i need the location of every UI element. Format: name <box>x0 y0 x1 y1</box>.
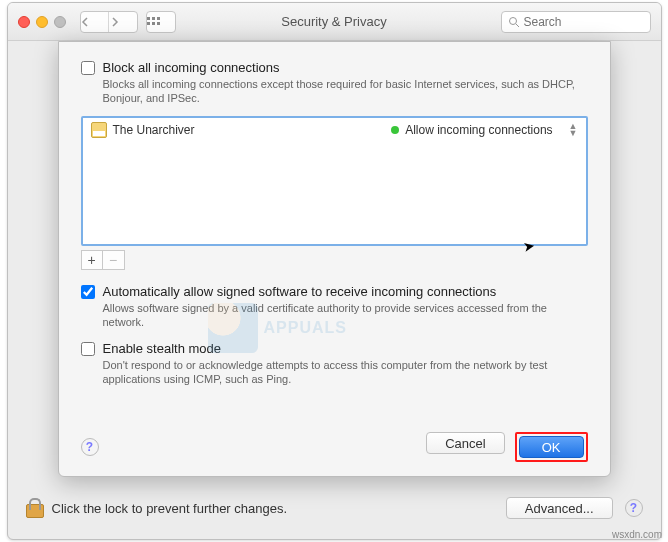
auto-allow-label: Automatically allow signed software to r… <box>103 284 497 299</box>
auto-allow-desc: Allows software signed by a valid certif… <box>103 301 588 330</box>
close-icon[interactable] <box>18 16 30 28</box>
bottom-bar: Click the lock to prevent further change… <box>8 477 661 539</box>
preferences-window: Security & Privacy Block all incoming co… <box>7 2 662 540</box>
search-input[interactable] <box>524 15 634 29</box>
search-icon <box>508 16 520 28</box>
block-all-checkbox[interactable] <box>81 61 95 75</box>
minimize-icon[interactable] <box>36 16 48 28</box>
advanced-button[interactable]: Advanced... <box>506 497 613 519</box>
svg-rect-1 <box>152 17 155 20</box>
add-remove-segment: + − <box>81 250 588 270</box>
svg-point-6 <box>509 17 516 24</box>
lock-text: Click the lock to prevent further change… <box>52 501 288 516</box>
stealth-checkbox[interactable] <box>81 342 95 356</box>
app-status-cell[interactable]: Allow incoming connections ▲▼ <box>391 123 577 137</box>
lock-icon[interactable] <box>26 498 42 518</box>
svg-rect-3 <box>147 22 150 25</box>
add-button[interactable]: + <box>81 250 103 270</box>
svg-rect-5 <box>157 22 160 25</box>
forward-button[interactable] <box>109 12 137 32</box>
stealth-label: Enable stealth mode <box>103 341 222 356</box>
back-button[interactable] <box>81 12 109 32</box>
app-list[interactable]: The Unarchiver Allow incoming connection… <box>81 116 588 246</box>
svg-rect-4 <box>152 22 155 25</box>
firewall-options-sheet: Block all incoming connections Blocks al… <box>58 41 611 477</box>
svg-line-7 <box>516 24 519 27</box>
auto-allow-checkbox[interactable] <box>81 285 95 299</box>
stepper-icon[interactable]: ▲▼ <box>569 123 578 137</box>
app-name: The Unarchiver <box>113 123 195 137</box>
nav-back-forward[interactable] <box>80 11 138 33</box>
window-controls <box>18 16 66 28</box>
help-button[interactable]: ? <box>81 438 99 456</box>
titlebar: Security & Privacy <box>8 3 661 41</box>
cancel-button[interactable]: Cancel <box>426 432 504 454</box>
app-status-label: Allow incoming connections <box>405 123 552 137</box>
credit-text: wsxdn.com <box>612 529 662 540</box>
help-button-main[interactable]: ? <box>625 499 643 517</box>
svg-rect-2 <box>157 17 160 20</box>
show-all-button[interactable] <box>146 11 176 33</box>
ok-button[interactable]: OK <box>519 436 584 458</box>
block-all-label: Block all incoming connections <box>103 60 280 75</box>
remove-button: − <box>103 250 125 270</box>
app-row[interactable]: The Unarchiver Allow incoming connection… <box>83 118 586 142</box>
search-field[interactable] <box>501 11 651 33</box>
status-dot-icon <box>391 126 399 134</box>
block-all-desc: Blocks all incoming connections except t… <box>103 77 588 106</box>
app-icon <box>91 122 107 138</box>
zoom-icon <box>54 16 66 28</box>
svg-rect-0 <box>147 17 150 20</box>
ok-highlight: OK <box>515 432 588 462</box>
stealth-desc: Don't respond to or acknowledge attempts… <box>103 358 588 387</box>
